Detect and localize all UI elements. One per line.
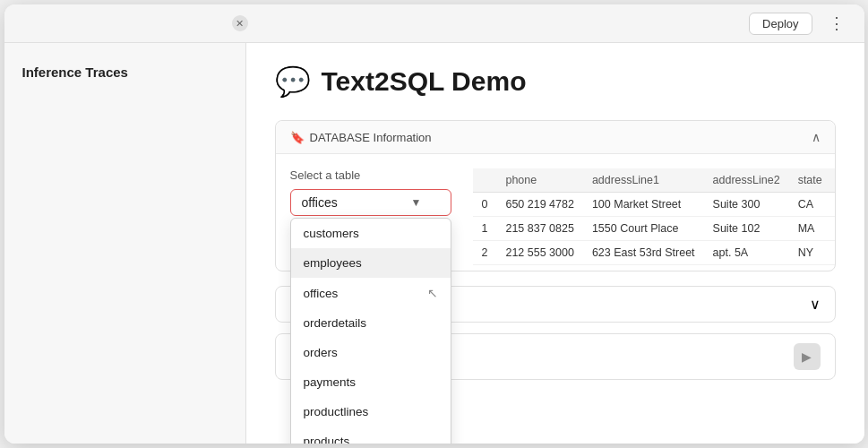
main-layout: Inference Traces 💬 Text2SQL Demo 🔖 DATAB… — [4, 43, 864, 444]
dropdown-item-products[interactable]: products — [291, 426, 451, 444]
cell-address2: Suite 102 — [704, 217, 789, 241]
cell-state: MA — [789, 217, 831, 241]
cell-address1: 623 East 53rd Street — [583, 241, 704, 265]
sidebar-title: Inference Traces — [22, 65, 128, 80]
select-wrapper: offices ▼ customers employees — [290, 189, 451, 216]
cell-state: CA — [789, 193, 831, 217]
cell-phone: 650 219 4782 — [496, 193, 582, 217]
title-bar-actions: Deploy ⋮ — [749, 12, 849, 35]
db-section-collapse-button[interactable]: ∧ — [812, 130, 821, 144]
dropdown-item-label: employees — [304, 256, 362, 270]
close-button[interactable]: ✕ — [232, 15, 248, 31]
dropdown-item-orderdetails[interactable]: orderdetails — [291, 308, 451, 338]
cell-address2: Suite 300 — [704, 193, 789, 217]
table-header-row: phone addressLine1 addressLine2 state co — [473, 168, 835, 193]
cell-address1: 1550 Court Place — [583, 217, 704, 241]
table-select[interactable]: offices ▼ — [290, 189, 451, 216]
close-icon: ✕ — [236, 18, 244, 30]
dropdown-item-employees[interactable]: employees — [291, 248, 451, 278]
data-table-area: phone addressLine1 addressLine2 state co… — [473, 168, 835, 265]
cell-address1: 100 Market Street — [583, 193, 704, 217]
cell-co: US — [831, 241, 835, 265]
dropdown-item-productlines[interactable]: productlines — [291, 397, 451, 426]
dropdown-menu: customers employees offices ↖ — [290, 218, 451, 444]
dropdown-item-orders[interactable]: orders — [291, 338, 451, 367]
db-section-body: Select a table offices ▼ customers — [276, 154, 835, 271]
cell-phone: 215 837 0825 — [496, 217, 582, 241]
select-arrow-icon: ▼ — [411, 196, 422, 209]
table-row: 0 650 219 4782 100 Market Street Suite 3… — [473, 193, 835, 217]
app-window: ✕ Deploy ⋮ Inference Traces 💬 Text2SQL D… — [4, 4, 864, 444]
page-title: Text2SQL Demo — [322, 66, 527, 97]
db-section-title-text: DATABASE Information — [310, 131, 432, 144]
db-section-card: 🔖 DATABASE Information ∧ Select a table … — [275, 120, 836, 271]
dropdown-item-offices[interactable]: offices ↖ — [291, 278, 451, 308]
col-header-co: co — [831, 168, 835, 193]
col-header-phone: phone — [496, 168, 582, 193]
data-table: phone addressLine1 addressLine2 state co… — [473, 168, 835, 265]
cell-address2: apt. 5A — [704, 241, 789, 265]
llm-collapse-icon: ∨ — [810, 296, 821, 313]
col-header-state: state — [789, 168, 831, 193]
chat-icon: 💬 — [275, 65, 311, 99]
send-button[interactable]: ▶ — [794, 343, 821, 370]
cell-index: 0 — [473, 193, 497, 217]
dropdown-item-payments[interactable]: payments — [291, 367, 451, 397]
dropdown-item-label: orderdetails — [304, 316, 367, 330]
dropdown-item-label: productlines — [304, 405, 369, 418]
more-options-button[interactable]: ⋮ — [823, 12, 850, 35]
main-content: 💬 Text2SQL Demo 🔖 DATABASE Information ∧… — [246, 43, 864, 444]
cursor-icon: ↖ — [427, 286, 438, 300]
select-value: offices — [302, 195, 338, 210]
table-row: 1 215 837 0825 1550 Court Place Suite 10… — [473, 217, 835, 241]
cell-state: NY — [789, 241, 831, 265]
send-icon: ▶ — [802, 349, 812, 364]
dropdown-item-label: orders — [304, 346, 338, 359]
page-header: 💬 Text2SQL Demo — [275, 65, 836, 99]
col-header-addressLine2: addressLine2 — [704, 168, 789, 193]
cell-co: US — [831, 217, 835, 241]
cell-phone: 212 555 3000 — [496, 241, 582, 265]
cell-index: 1 — [473, 217, 497, 241]
col-header-addressLine1: addressLine1 — [583, 168, 704, 193]
db-section-title: 🔖 DATABASE Information — [290, 131, 432, 144]
dropdown-item-customers[interactable]: customers — [291, 219, 451, 248]
title-bar: ✕ Deploy ⋮ — [4, 4, 864, 43]
db-section-header: 🔖 DATABASE Information ∧ — [276, 121, 835, 154]
col-header-index — [473, 168, 497, 193]
sidebar: Inference Traces — [4, 43, 246, 444]
cell-index: 2 — [473, 241, 497, 265]
dropdown-item-label: customers — [304, 227, 359, 240]
dropdown-item-label: payments — [304, 375, 357, 389]
dropdown-item-label: offices — [304, 287, 339, 300]
cell-co: US — [831, 193, 835, 217]
db-icon: 🔖 — [290, 131, 305, 144]
dropdown-item-label: products — [304, 435, 350, 444]
deploy-button[interactable]: Deploy — [749, 13, 812, 35]
table-row: 2 212 555 3000 623 East 53rd Street apt.… — [473, 241, 835, 265]
